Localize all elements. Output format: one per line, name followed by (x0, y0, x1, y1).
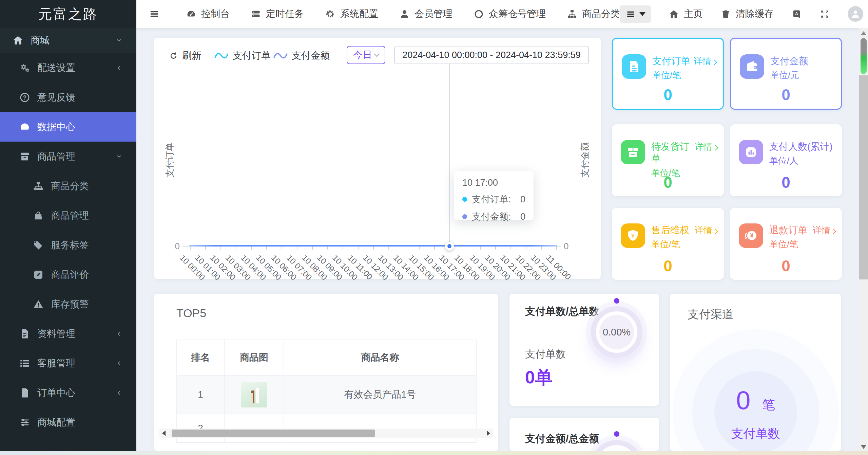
gauge-label: 支付单数 (525, 347, 566, 361)
ring-gauge: 0.00% (591, 306, 642, 358)
top-navbar: 控制台定时任务系统配置会员管理众筹仓号管理商品分类 主页清除缓存AAdmin (136, 0, 868, 28)
sidebar-item-label: 数据中心 (37, 121, 75, 133)
sidebar-item-shop-config[interactable]: 商城配置 (0, 407, 136, 437)
nav-item-system-config[interactable]: 系统配置 (325, 7, 378, 20)
nav-item-cron[interactable]: 定时任务 (251, 7, 304, 20)
stat-card-payers-total[interactable]: 支付人数(累计)单位/人0 (730, 124, 842, 196)
nav-item-translate[interactable]: A (791, 9, 802, 19)
legend-item-0[interactable]: 支付订单 (214, 49, 271, 62)
x-axis-tick (236, 247, 236, 250)
payments-chart-panel: 刷新 支付订单支付金额 今日 2024-04-10 00:00:00 - 202… (154, 38, 601, 279)
sidebar-item-shop[interactable]: 商城 (0, 28, 136, 53)
sidebar-item-label: 商品分类 (51, 180, 89, 193)
table-row[interactable]: 2 (177, 414, 476, 442)
table-horizontal-scrollbar[interactable] (159, 429, 493, 438)
y-axis-zero-left: 0 (167, 241, 180, 252)
wallet-icon (740, 54, 764, 79)
scroll-right-arrow-icon[interactable] (484, 429, 493, 438)
scroll-left-arrow-icon[interactable] (159, 429, 168, 438)
tooltip-series-value: 0 (520, 212, 525, 222)
sidebar-item-order-center[interactable]: 订单中心 (0, 378, 136, 407)
wave-icon (273, 51, 288, 60)
sidebar-item-goods-review[interactable]: 商品评价 (0, 260, 136, 289)
sidebar-item-data-center[interactable]: 数据中心 (0, 112, 136, 142)
avatar[interactable] (848, 6, 863, 22)
card-detail-link[interactable]: 详情 (695, 224, 720, 236)
caret-down-icon (639, 12, 645, 16)
card-detail-link[interactable]: 详情 (695, 141, 720, 153)
x-axis-tick (373, 247, 374, 250)
edit-icon (33, 269, 44, 280)
tooltip-series-value: 0 (520, 194, 525, 205)
archive-icon (19, 151, 31, 162)
nav-item-goods-cat[interactable]: 商品分类 (567, 7, 620, 20)
panel-title: 支付金额/总金额 (525, 432, 599, 446)
channel-value-row: 0 笔 (670, 385, 841, 415)
nav-item-members[interactable]: 会员管理 (399, 7, 452, 20)
nav-item-homepage[interactable]: 主页 (669, 7, 703, 20)
stat-card-pay-amount[interactable]: 支付金额单位/元0 (730, 38, 842, 110)
gauge-progress-dot (614, 298, 619, 304)
stat-card-refund-orders[interactable]: ¥退款订单详情单位/笔0 (730, 208, 842, 280)
nav-item-label: 定时任务 (266, 7, 304, 20)
product-image[interactable] (241, 382, 267, 407)
nav-item-clear-cache[interactable]: 清除缓存 (720, 7, 774, 20)
nav-item-console[interactable]: 控制台 (186, 7, 230, 20)
gauge-progress-dot (614, 431, 619, 437)
vertical-scrollbar-track[interactable] (859, 75, 868, 279)
list-icon (19, 358, 31, 369)
rank-cell: 1 (177, 375, 224, 414)
x-axis-tick (495, 247, 496, 250)
nav-item-label: 主页 (684, 7, 703, 20)
gauge-percent: 0.00% (599, 315, 634, 349)
sidebar-item-goods-manage[interactable]: 商品管理 (0, 201, 136, 230)
gauge-icon (186, 9, 196, 19)
tag-icon (33, 239, 44, 251)
stat-card-pay-orders[interactable]: 支付订单详情单位/笔0 (612, 38, 724, 110)
card-title-row: 售后维权详情 (651, 224, 720, 236)
detail-chevron-icon (831, 229, 836, 234)
vertical-scrollbar[interactable] (859, 28, 868, 451)
sidebar-item-stock-warning[interactable]: 库存预警 (0, 289, 136, 319)
stat-card-to-ship[interactable]: 待发货订单详情单位/笔0 (612, 124, 724, 196)
x-axis-tick (541, 247, 542, 250)
sidebar-item-material[interactable]: 资料管理 (0, 319, 136, 348)
app-logo: 元富之路 (0, 0, 136, 28)
sidebar-item-label: 订单中心 (37, 386, 75, 399)
sidebar-item-goods[interactable]: 商品管理 (0, 142, 136, 171)
stat-card-after-sales[interactable]: ¥售后维权详情单位/笔0 (612, 208, 724, 280)
home-icon (669, 9, 679, 19)
x-axis-tick (343, 247, 343, 250)
date-range-input[interactable]: 2024-04-10 00:00:00 - 2024-04-10 23:59:5… (394, 46, 589, 64)
legend-item-1[interactable]: 支付金额 (273, 49, 330, 62)
table-row[interactable]: 1有效会员产品1号 (177, 375, 476, 414)
card-detail-link[interactable]: 详情 (694, 55, 719, 67)
sidebar-item-service-tag[interactable]: 服务标签 (0, 230, 136, 260)
scroll-down-arrow-icon[interactable] (861, 445, 866, 449)
sitemap-icon (33, 180, 44, 192)
refresh-button[interactable]: 刷新 (169, 49, 201, 62)
x-axis-tick (358, 247, 359, 250)
chevron-down-icon (116, 37, 122, 43)
vertical-scrollbar-thumb[interactable] (861, 38, 867, 74)
x-axis-tick (556, 247, 557, 250)
legend-label: 支付金额 (292, 49, 330, 62)
horizontal-scrollbar[interactable] (0, 451, 868, 455)
highlighted-data-point[interactable] (445, 242, 454, 251)
sidebar-toggle-hamburger-icon[interactable] (149, 8, 160, 20)
range-select-button[interactable]: 今日 (347, 46, 385, 64)
y-axis-title-right: 支付金额 (580, 133, 590, 187)
sidebar-item-delivery[interactable]: 配送设置 (0, 53, 136, 83)
sidebar-item-goods-category[interactable]: 商品分类 (0, 171, 136, 201)
nav-item-fullscreen[interactable] (819, 9, 830, 19)
sidebar-submenu-group: 配送设置?意见反馈数据中心商品管理商品分类商品管理服务标签商品评价库存预警资料管… (0, 53, 136, 451)
card-text-column: 支付金额单位/元 (770, 55, 837, 80)
sidebar-item-support[interactable]: 客服管理 (0, 348, 136, 378)
scroll-up-arrow-icon[interactable] (861, 31, 866, 35)
sidebar-item-feedback[interactable]: ?意见反馈 (0, 83, 136, 112)
nav-layout-menu-button[interactable] (620, 5, 651, 23)
nav-item-crowdfunding[interactable]: 众筹仓号管理 (474, 7, 546, 20)
scrollbar-thumb[interactable] (172, 430, 375, 437)
nav-user[interactable]: Admin (848, 6, 868, 22)
card-detail-link[interactable]: 详情 (813, 224, 838, 236)
